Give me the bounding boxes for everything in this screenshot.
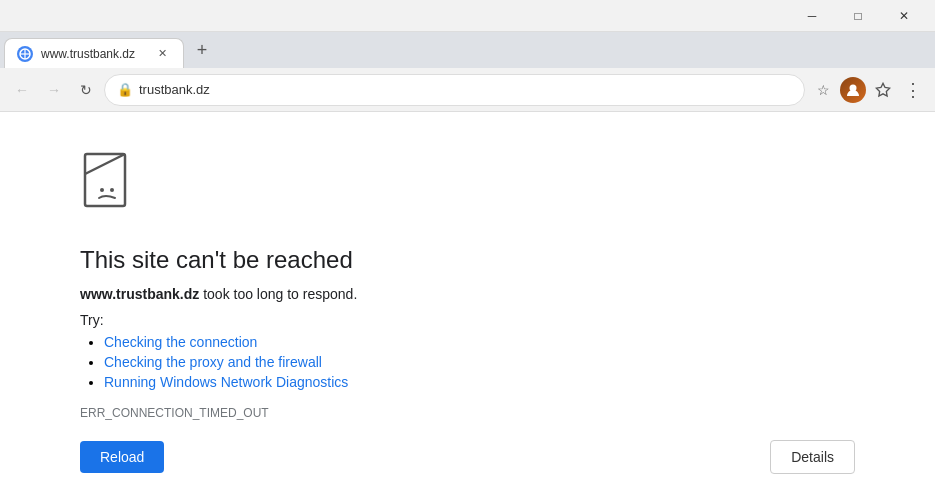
svg-point-7 [110, 188, 114, 192]
address-bar[interactable]: 🔒 [104, 74, 805, 106]
active-tab[interactable]: www.trustbank.dz ✕ [4, 38, 184, 68]
address-input[interactable] [139, 82, 792, 97]
tab-title: www.trustbank.dz [41, 47, 145, 61]
profile-button[interactable] [839, 76, 867, 104]
maximize-button[interactable]: □ [835, 0, 881, 32]
titlebar: ─ □ ✕ [0, 0, 935, 32]
error-page-content: This site can't be reached www.trustbank… [0, 112, 935, 500]
svg-rect-4 [85, 154, 125, 206]
window-controls: ─ □ ✕ [789, 0, 927, 32]
checking-proxy-link[interactable]: Checking the proxy and the firewall [104, 354, 322, 370]
list-item: Checking the connection [104, 334, 855, 350]
list-item: Checking the proxy and the firewall [104, 354, 855, 370]
details-button[interactable]: Details [770, 440, 855, 474]
suggestions-list: Checking the connection Checking the pro… [80, 334, 855, 390]
checking-connection-link[interactable]: Checking the connection [104, 334, 257, 350]
error-subtitle: www.trustbank.dz took too long to respon… [80, 286, 855, 302]
list-item: Running Windows Network Diagnostics [104, 374, 855, 390]
menu-button[interactable]: ⋮ [899, 76, 927, 104]
reload-button-main[interactable]: Reload [80, 441, 164, 473]
tab-favicon [17, 46, 33, 62]
try-label: Try: [80, 312, 855, 328]
bookmark-button[interactable]: ☆ [809, 76, 837, 104]
svg-line-5 [85, 154, 125, 174]
svg-point-6 [100, 188, 104, 192]
close-button[interactable]: ✕ [881, 0, 927, 32]
toolbar-right: ☆ ⋮ [809, 76, 927, 104]
error-page-icon [80, 152, 140, 222]
tabbar: www.trustbank.dz ✕ + [0, 32, 935, 68]
reload-button[interactable]: ↻ [72, 76, 100, 104]
error-domain: www.trustbank.dz [80, 286, 199, 302]
new-tab-button[interactable]: + [188, 36, 216, 64]
error-subtitle-text: took too long to respond. [199, 286, 357, 302]
tab-close-button[interactable]: ✕ [153, 45, 171, 63]
toolbar: ← → ↻ 🔒 ☆ ⋮ [0, 68, 935, 112]
button-row: Reload Details [80, 440, 855, 474]
profile-avatar [840, 77, 866, 103]
extension-button[interactable] [869, 76, 897, 104]
lock-icon: 🔒 [117, 82, 133, 97]
error-title: This site can't be reached [80, 246, 855, 274]
minimize-button[interactable]: ─ [789, 0, 835, 32]
error-code: ERR_CONNECTION_TIMED_OUT [80, 406, 855, 420]
back-button[interactable]: ← [8, 76, 36, 104]
forward-button[interactable]: → [40, 76, 68, 104]
network-diagnostics-link[interactable]: Running Windows Network Diagnostics [104, 374, 348, 390]
